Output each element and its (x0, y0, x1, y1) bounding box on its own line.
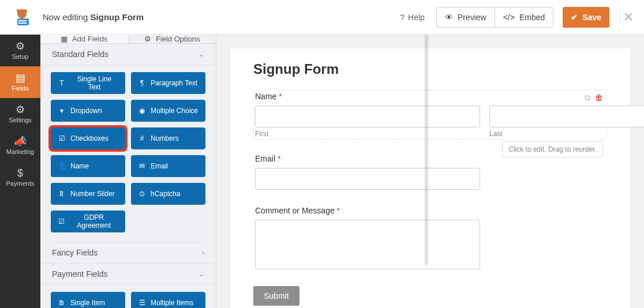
field-icon: ¶ (138, 79, 146, 87)
rail-item-marketing[interactable]: 📣Marketing (0, 130, 40, 161)
rail-item-payments[interactable]: $Payments (0, 161, 40, 193)
rail-item-setup[interactable]: ⚙Setup (0, 35, 40, 66)
field-icon: ☑ (58, 217, 65, 226)
trash-icon[interactable]: 🗑 (595, 93, 603, 103)
rail-item-fields[interactable]: ▤Fields (0, 66, 40, 98)
form-canvas[interactable]: Signup Form ⧉ 🗑 Name * First Last (230, 48, 630, 308)
field-icon: T (58, 79, 66, 87)
field-icon: ⊙ (138, 190, 146, 198)
field-btn-email[interactable]: ✉Email (131, 155, 205, 177)
form-title: Signup Form (253, 61, 607, 77)
sidebar-scrollbar[interactable] (425, 35, 428, 265)
tab-field-options[interactable]: ⚙ Field Options (129, 35, 216, 44)
field-btn-dropdown[interactable]: ▾Dropdown (51, 100, 125, 122)
svg-rect-5 (18, 22, 27, 24)
field-btn-hcaptcha[interactable]: ⊙hCaptcha (131, 183, 205, 205)
field-btn-multiple-choice[interactable]: ◉Multiple Choice (131, 100, 205, 122)
rail-item-settings[interactable]: ⚙Settings (0, 98, 40, 130)
field-btn-multiple-items[interactable]: ☰Multiple Items (131, 292, 205, 308)
left-rail: ⚙Setup▤Fields⚙Settings📣Marketing$Payment… (0, 35, 40, 308)
section-standard-fields[interactable]: Standard Fields ⌄ (40, 44, 216, 65)
field-icon: 🗎 (58, 299, 66, 307)
check-icon: ✔ (571, 13, 578, 22)
comment-label: Comment or Message * (255, 206, 605, 215)
comment-textarea[interactable] (255, 220, 480, 269)
sliders-icon: ⚙ (144, 35, 151, 43)
svg-point-2 (24, 9, 27, 13)
field-icon: # (138, 134, 146, 142)
field-btn-number-slider[interactable]: 🎚Number Slider (51, 183, 125, 205)
help-icon: ? (400, 13, 405, 22)
field-icon: ☰ (138, 299, 146, 307)
submit-button[interactable]: Submit (253, 286, 299, 306)
email-label: Email * (255, 154, 605, 163)
field-email[interactable]: Email * (253, 152, 607, 191)
field-btn-paragraph-text[interactable]: ¶Paragraph Text (131, 72, 205, 94)
editing-label: Now editing Signup Form (43, 12, 144, 22)
field-icon: ◉ (138, 107, 146, 115)
help-link[interactable]: ? Help (400, 13, 425, 22)
embed-button[interactable]: </> Embed (495, 7, 554, 28)
chevron-down-icon: ⌄ (199, 50, 204, 58)
email-input[interactable] (255, 168, 480, 190)
field-name[interactable]: ⧉ 🗑 Name * First Last Click to edit. Dra… (253, 90, 607, 140)
grid-icon: ▦ (61, 35, 68, 43)
last-sublabel: Last (489, 130, 644, 138)
field-icon: ✉ (138, 162, 146, 170)
top-bar: Now editing Signup Form ? Help 👁 Preview… (0, 0, 644, 35)
field-btn-gdpr-agreement[interactable]: ☑GDPR Agreement (51, 211, 125, 232)
field-btn-single-item[interactable]: 🗎Single Item (51, 292, 125, 308)
setup-icon: ⚙ (16, 41, 25, 51)
field-icon: 👤 (58, 162, 66, 170)
fields-icon: ▤ (16, 73, 25, 83)
field-btn-checkboxes[interactable]: ☑Checkboxes (51, 127, 125, 149)
eye-icon: 👁 (445, 13, 453, 22)
save-button[interactable]: ✔ Save (563, 7, 609, 28)
name-label: Name * (255, 92, 605, 101)
preview-embed-group: 👁 Preview </> Embed (436, 7, 553, 28)
app-logo (10, 6, 33, 29)
section-fancy-fields[interactable]: Fancy Fields › (40, 242, 216, 264)
field-icon: ☑ (58, 134, 66, 142)
marketing-icon: 📣 (14, 136, 27, 147)
preview-pane: Signup Form ⧉ 🗑 Name * First Last (216, 35, 644, 308)
chevron-right-icon: › (202, 249, 204, 257)
code-icon: </> (503, 13, 515, 22)
field-btn-numbers[interactable]: #Numbers (131, 127, 205, 149)
first-sublabel: First (255, 130, 480, 138)
section-payment-fields[interactable]: Payment Fields ⌄ (40, 264, 216, 285)
svg-rect-3 (17, 18, 29, 25)
close-icon[interactable]: ✕ (623, 10, 634, 25)
preview-button[interactable]: 👁 Preview (436, 7, 495, 28)
duplicate-icon[interactable]: ⧉ (585, 93, 590, 103)
sidebar: ▦ Add Fields ⚙ Field Options Standard Fi… (40, 35, 216, 308)
svg-point-1 (17, 9, 20, 13)
field-btn-name[interactable]: 👤Name (51, 155, 125, 177)
field-icon: 🎚 (58, 190, 66, 198)
field-btn-single-line-text[interactable]: TSingle Line Text (51, 72, 125, 94)
svg-rect-4 (18, 20, 27, 21)
field-comment[interactable]: Comment or Message * (253, 204, 607, 273)
payments-icon: $ (17, 168, 23, 178)
field-icon: ▾ (58, 107, 66, 115)
first-name-input[interactable] (255, 106, 480, 127)
tab-add-fields[interactable]: ▦ Add Fields (40, 35, 129, 44)
chevron-down-icon: ⌄ (199, 270, 204, 278)
settings-icon: ⚙ (16, 104, 25, 115)
last-name-input[interactable] (489, 106, 644, 127)
